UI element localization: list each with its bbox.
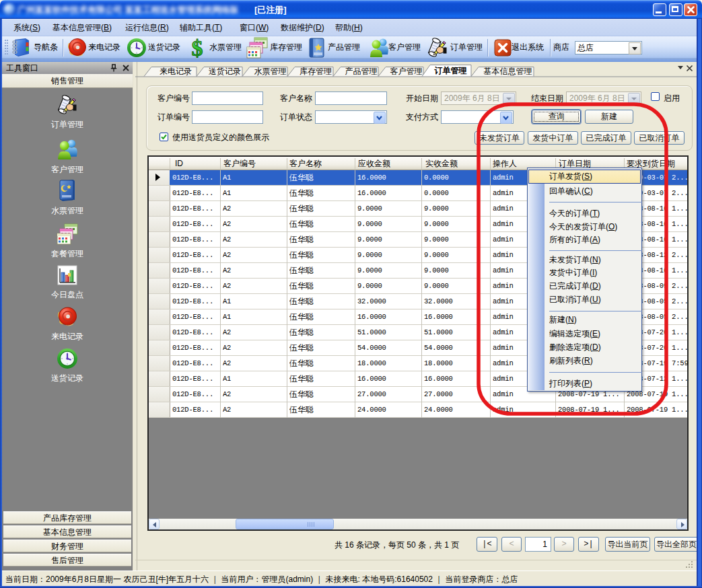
svg-text:$: $ [192,36,203,59]
